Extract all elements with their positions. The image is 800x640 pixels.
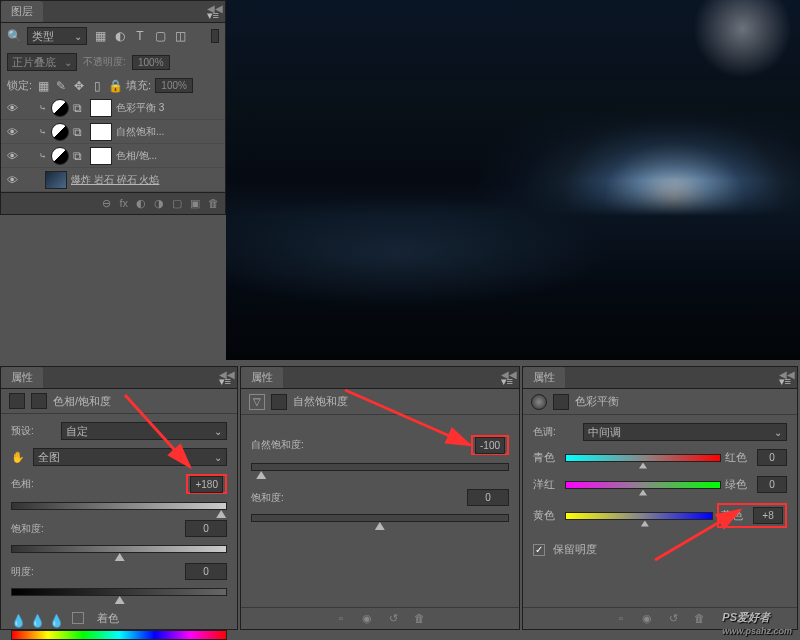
vibrance-slider[interactable] [251, 463, 509, 477]
red-value[interactable]: 0 [757, 449, 787, 466]
visibility-icon[interactable]: 👁 [5, 102, 19, 114]
properties-panel-hue-sat: ◀◀ 属性▾≡ 色相/饱和度 预设:自定 ✋全图 色相:+180 饱和度:0 明… [0, 366, 238, 630]
clip-icon[interactable]: ▫ [613, 612, 629, 625]
eyedropper-tools[interactable]: 💧💧💧 [11, 614, 64, 628]
mask-icon [553, 394, 569, 410]
panel-collapse-icon[interactable]: ◀◀ [779, 369, 795, 380]
sat-slider[interactable] [11, 545, 227, 559]
lock-position-icon[interactable]: ✥ [72, 79, 86, 93]
properties-panel-vibrance: ◀◀ 属性▾≡ 自然饱和度 自然饱和度:-100 饱和度:0 ▫◉↺🗑 [240, 366, 520, 630]
filter-shape-icon[interactable]: ▢ [153, 29, 167, 43]
filter-kind-dropdown[interactable]: 类型 [27, 27, 87, 45]
group-icon[interactable]: ▢ [172, 197, 182, 210]
view-prev-icon[interactable]: ◉ [639, 612, 655, 625]
cyan-red-slider[interactable] [565, 454, 721, 462]
red-label: 红色 [725, 450, 753, 465]
mask-thumb[interactable] [90, 147, 112, 165]
layer-item[interactable]: 👁 ⤷ ⧉ 自然饱和... [1, 120, 225, 144]
filter-type-icon[interactable]: T [133, 29, 147, 43]
layer-item[interactable]: 👁 ⤷ ⧉ 色彩平衡 3 [1, 96, 225, 120]
panel-collapse-icon[interactable]: ◀◀ [501, 369, 517, 380]
yellow-label: 黄色 [533, 508, 561, 523]
layer-name[interactable]: 色相/饱... [116, 149, 221, 163]
tab-properties[interactable]: 属性 [523, 367, 565, 388]
visibility-icon[interactable]: 👁 [5, 150, 19, 162]
delete-icon[interactable]: 🗑 [691, 612, 707, 625]
layer-name[interactable]: 色彩平衡 3 [116, 101, 221, 115]
document-canvas[interactable] [226, 0, 800, 360]
light-value[interactable]: 0 [185, 563, 227, 580]
blend-mode-dropdown[interactable]: 正片叠底 [7, 53, 77, 71]
sat-value[interactable]: 0 [467, 489, 509, 506]
colorize-checkbox[interactable] [72, 612, 84, 624]
hue-value[interactable]: +180 [190, 476, 223, 493]
visibility-icon[interactable]: 👁 [5, 174, 19, 186]
reset-icon[interactable]: ↺ [665, 612, 681, 625]
link-icon: ⧉ [73, 149, 82, 163]
mask-icon [271, 394, 287, 410]
fill-input[interactable]: 100% [155, 78, 193, 93]
magenta-green-slider[interactable] [565, 481, 721, 489]
opacity-input[interactable]: 100% [132, 55, 170, 70]
new-layer-icon[interactable]: ▣ [190, 197, 200, 210]
adjustment-thumb [51, 123, 69, 141]
clip-icon[interactable]: ▫ [333, 612, 349, 625]
preserve-luminosity-checkbox[interactable] [533, 544, 545, 556]
sat-value[interactable]: 0 [185, 520, 227, 537]
adjustment-header: 自然饱和度 [241, 389, 519, 415]
delete-icon[interactable]: 🗑 [411, 612, 427, 625]
lock-brush-icon[interactable]: ✎ [54, 79, 68, 93]
preset-dropdown[interactable]: 自定 [61, 422, 227, 440]
adjustment-name: 色彩平衡 [575, 394, 619, 409]
link-layers-icon[interactable]: ⊖ [102, 197, 111, 210]
magenta-label: 洋红 [533, 477, 561, 492]
lock-row: 锁定: ▦ ✎ ✥ ▯ 🔒 填充: 100% [1, 75, 225, 96]
adjustment-thumb [51, 147, 69, 165]
blue-value[interactable]: +8 [753, 507, 783, 524]
visibility-icon[interactable]: 👁 [5, 126, 19, 138]
lock-artboard-icon[interactable]: ▯ [90, 79, 104, 93]
tab-layers[interactable]: 图层 [1, 1, 43, 22]
huesat-icon [9, 393, 25, 409]
hand-icon[interactable]: ✋ [11, 451, 27, 464]
image-thumb [45, 171, 67, 189]
tab-properties[interactable]: 属性 [241, 367, 283, 388]
layer-name[interactable]: 自然饱和... [116, 125, 221, 139]
filter-smart-icon[interactable]: ◫ [173, 29, 187, 43]
adjustment-name: 色相/饱和度 [53, 394, 111, 409]
light-slider[interactable] [11, 588, 227, 602]
delete-icon[interactable]: 🗑 [208, 197, 219, 210]
lock-pixels-icon[interactable]: ▦ [36, 79, 50, 93]
yellow-blue-slider[interactable] [565, 512, 713, 520]
fx-icon[interactable]: fx [119, 197, 128, 210]
layers-panel: ◀◀ 图层 ▾≡ 🔍 类型 ▦ ◐ T ▢ ◫ 正片叠底 不透明度: 100% … [0, 0, 226, 215]
mask-thumb[interactable] [90, 123, 112, 141]
panel-collapse-icon[interactable]: ◀◀ [207, 3, 223, 14]
layer-item[interactable]: 👁 ⤷ ⧉ 色相/饱... [1, 144, 225, 168]
filter-pixel-icon[interactable]: ▦ [93, 29, 107, 43]
filter-adjust-icon[interactable]: ◐ [113, 29, 127, 43]
sat-slider[interactable] [251, 514, 509, 528]
layer-item[interactable]: 👁 爆炸 岩石 碎石 火焰 [1, 168, 225, 192]
vibrance-value[interactable]: -100 [475, 437, 505, 454]
properties-panel-color-balance: ◀◀ 属性▾≡ 色彩平衡 色调:中间调 青色 红色 0 洋红 绿色 0 黄色 蓝… [522, 366, 798, 630]
reset-icon[interactable]: ↺ [385, 612, 401, 625]
filter-toggle[interactable] [211, 29, 219, 43]
lock-all-icon[interactable]: 🔒 [108, 79, 122, 93]
adjustment-header: 色相/饱和度 [1, 389, 237, 414]
search-icon[interactable]: 🔍 [7, 29, 21, 43]
preserve-label: 保留明度 [553, 543, 597, 555]
layer-name[interactable]: 爆炸 岩石 碎石 火焰 [71, 173, 221, 187]
panel-collapse-icon[interactable]: ◀◀ [219, 369, 235, 380]
vibrance-icon [249, 394, 265, 410]
green-value[interactable]: 0 [757, 476, 787, 493]
mask-icon[interactable]: ◐ [136, 197, 146, 210]
tone-dropdown[interactable]: 中间调 [583, 423, 787, 441]
mask-thumb[interactable] [90, 99, 112, 117]
view-prev-icon[interactable]: ◉ [359, 612, 375, 625]
channel-dropdown[interactable]: 全图 [33, 448, 227, 466]
adjustment-thumb [51, 99, 69, 117]
tab-properties[interactable]: 属性 [1, 367, 43, 388]
adjustment-icon[interactable]: ◑ [154, 197, 164, 210]
hue-slider[interactable] [11, 502, 227, 516]
